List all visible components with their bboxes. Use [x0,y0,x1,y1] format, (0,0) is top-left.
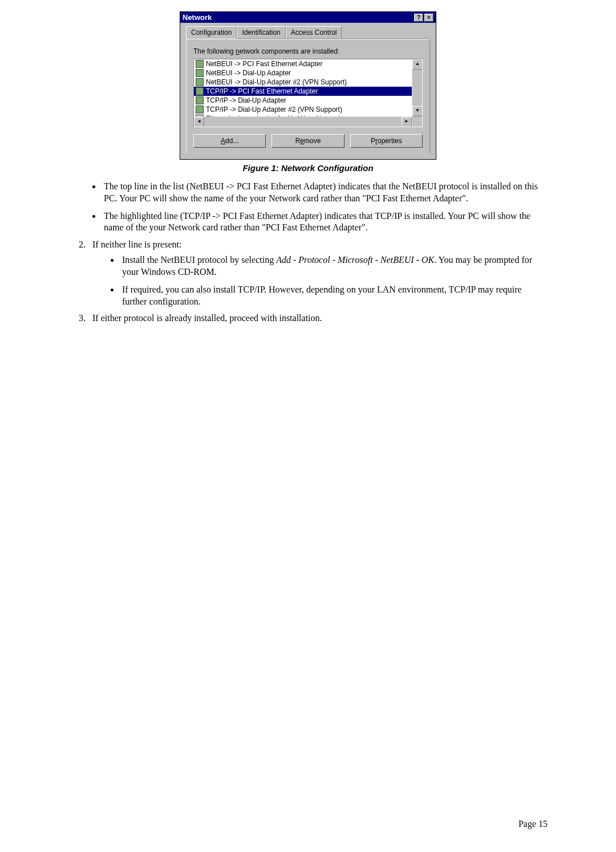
ol-item-2: If neither line is present: Install the … [88,240,548,307]
remove-button[interactable]: Remove [271,134,344,148]
title-bar: Network ? × [180,12,436,23]
tabs: Configuration Identification Access Cont… [186,26,430,39]
dialog-title: Network [183,13,212,22]
scroll-right-icon[interactable]: ► [402,117,412,127]
list-item[interactable]: NetBEUI -> Dial-Up Adapter #2 (VPN Suppo… [194,78,412,87]
top-bullet-list: The top line in the list (NetBEUI -> PCI… [68,181,548,234]
add-button[interactable]: Add... [193,134,266,148]
bullet-item: The top line in the list (NetBEUI -> PCI… [102,181,548,205]
tab-identification[interactable]: Identification [237,26,285,38]
list-item[interactable]: NetBEUI -> PCI Fast Ethernet Adapter [194,59,412,68]
horizontal-scrollbar[interactable]: ◄ ► [194,116,412,127]
protocol-icon [196,60,204,68]
protocol-icon [196,69,204,77]
protocol-icon [196,106,204,113]
instruction-text: The following network components are ins… [193,47,423,55]
scroll-up-icon[interactable]: ▲ [412,59,423,70]
scroll-left-icon[interactable]: ◄ [194,117,204,127]
tab-access-control[interactable]: Access Control [286,26,342,38]
figure-caption: Figure 1: Network Configuration [68,163,548,173]
vertical-scrollbar[interactable]: ▲ ▼ [412,59,422,127]
components-listbox[interactable]: NetBEUI -> PCI Fast Ethernet Adapter Net… [193,59,423,127]
listbox-inner: NetBEUI -> PCI Fast Ethernet Adapter Net… [194,59,412,116]
nested-bullet: If required, you can also install TCP/IP… [120,284,548,308]
protocol-icon [196,78,204,86]
tab-panel: The following network components are ins… [186,39,430,153]
bullet-item: The highlighted line (TCP/IP -> PCI Fast… [102,210,548,234]
close-icon[interactable]: × [424,14,433,22]
italic-path: Add - Protocol - Microsoft - NetBEUI - O… [276,255,434,265]
dialog-wrapper: Network ? × Configuration Identification… [68,11,548,160]
list-item[interactable]: TCP/IP -> Dial-Up Adapter [194,96,412,105]
list-item-selected[interactable]: TCP/IP -> PCI Fast Ethernet Adapter [194,87,412,96]
nested-bullet-list: Install the NetBEUI protocol by selectin… [92,254,548,307]
dialog-body: Configuration Identification Access Cont… [180,23,436,159]
ordered-list: If neither line is present: Install the … [68,240,548,323]
tab-configuration[interactable]: Configuration [186,26,237,39]
ol-item-3: If either protocol is already installed,… [88,313,548,323]
network-dialog: Network ? × Configuration Identification… [180,11,436,160]
protocol-icon [196,96,204,104]
properties-button[interactable]: Properties [350,134,423,148]
button-row: Add... Remove Properties [193,134,423,148]
list-item[interactable]: NetBEUI -> Dial-Up Adapter [194,68,412,78]
page-number: Page 15 [518,819,548,829]
protocol-icon [196,87,204,95]
scroll-down-icon[interactable]: ▼ [412,106,423,116]
help-icon[interactable]: ? [414,14,423,22]
title-bar-buttons: ? × [414,14,433,22]
nested-bullet: Install the NetBEUI protocol by selectin… [120,254,548,278]
list-item[interactable]: TCP/IP -> Dial-Up Adapter #2 (VPN Suppor… [194,105,412,114]
